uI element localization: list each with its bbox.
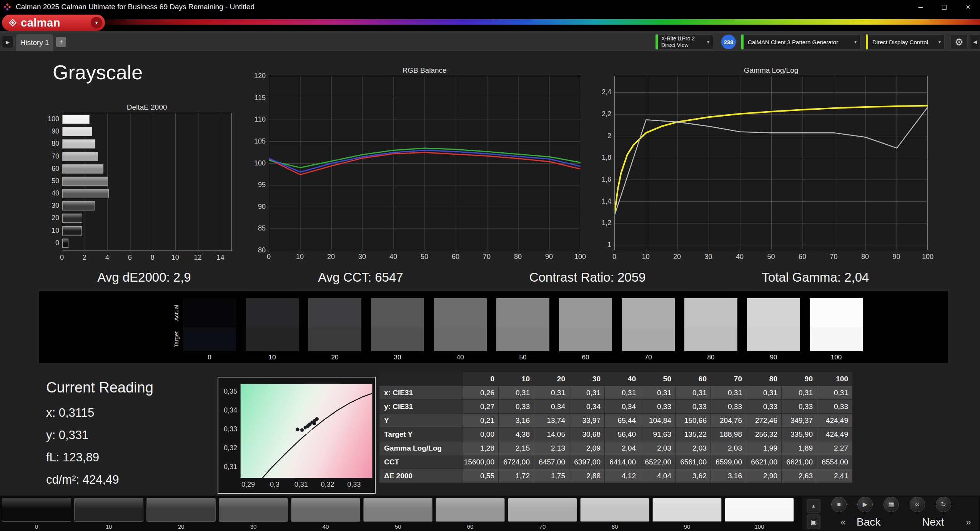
table-cell: 0,55 [463,469,499,483]
calman-menu-chevron[interactable]: ▼ [91,17,102,28]
brand-wordmark: calman [21,17,91,29]
table-cell: 2,03 [711,441,746,455]
swatch-actual [747,298,800,327]
y-axis-tick: 80 [38,140,59,147]
x-axis-tick: 40 [730,253,749,260]
pattern-level-button[interactable] [508,498,577,522]
collapse-panel-button[interactable]: ◀ [970,34,980,50]
next-button[interactable]: Next [922,516,944,528]
tab-scroll-left-button[interactable]: ▶ [2,36,13,48]
deltae-bar [62,127,92,136]
y-axis-tick: 100 [38,115,59,123]
back-button[interactable]: Back [857,516,880,528]
swatch-target [434,327,487,351]
table-cell: 3,16 [711,469,746,483]
x-axis-tick: 10 [636,253,656,260]
table-cell: 3,16 [499,414,534,427]
x-axis-tick: 20 [667,253,687,260]
panel-up-button[interactable]: ▲ [807,499,820,513]
pattern-level-button[interactable] [74,498,143,522]
stop-button[interactable]: ■ [831,497,847,512]
back-chevron-icon[interactable]: « [840,517,845,528]
y-axis-tick: 10 [38,227,59,234]
rgb-balance-chart-title: RGB Balance [269,66,580,75]
table-col-header: 30 [569,372,605,386]
y-axis-tick: 100 [245,159,266,167]
x-axis-tick: 0 [605,253,624,260]
x-axis-tick: 0,31 [291,481,311,488]
x-axis-tick: 70 [824,253,844,260]
add-tab-button[interactable]: + [56,37,66,47]
chevron-down-icon: ▼ [706,39,710,45]
pattern-level-button[interactable] [725,498,794,522]
table-cell: 204,76 [711,414,746,427]
table-cell: 0,34 [569,400,605,413]
table-cell: 1,75 [534,469,569,483]
play-icon: ▶ [863,501,867,508]
titlebar: Calman 2025 Calman Ultimate for Business… [0,0,980,14]
x-axis-tick: 14 [213,254,228,261]
save-button[interactable]: ▦ [883,497,899,512]
minimize-button[interactable]: – [908,0,932,14]
table-cell: 6414,00 [605,455,640,469]
next-chevron-icon[interactable]: » [966,517,971,528]
swatch-target [684,327,737,351]
pattern-level-button[interactable] [146,498,216,522]
cie-widget: 0,290,30,310,320,330,350,340,330,320,31 [218,377,376,494]
rgb-balance-chart: RGB Balance 0102030405060708090100120115… [254,65,596,265]
close-button[interactable]: × [956,0,980,14]
y-axis-tick: 60 [38,165,59,172]
y-axis-tick: 0,35 [220,387,237,395]
refresh-button[interactable]: ↻ [936,497,951,512]
pattern-level-button[interactable] [363,498,433,522]
pattern-level-button[interactable] [580,498,649,522]
pattern-level-button[interactable] [219,498,288,522]
avg-cct-stat: Avg CCT: 6547 [318,270,403,285]
meter-count-badge[interactable]: 238 [721,35,736,49]
pattern-level-label: 40 [291,523,360,530]
maximize-button[interactable]: □ [932,0,956,14]
calman-menu-button[interactable]: calman ▼ [2,15,105,31]
table-cell: 0,33 [676,400,711,413]
pattern-window-button[interactable]: ▣ [807,514,820,529]
play-button[interactable]: ▶ [857,497,873,512]
x-axis-tick: 30 [699,253,718,260]
display-control-dropdown[interactable]: Direct Display Control ▼ [866,34,945,50]
pattern-generator-dropdown[interactable]: CalMAN Client 3 Pattern Generator ▼ [741,34,860,50]
table-row: Gamma Log/Log1,282,152,132,092,042,032,0… [379,441,852,455]
swatch-target [371,327,424,351]
grayscale-strip: Actual Target 0102030405060708090100 [39,291,948,363]
grayscale-swatch [684,298,737,351]
meter-mode: Direct View [661,42,689,48]
x-axis-tick: 10 [168,254,183,261]
swatch-target [622,327,675,351]
table-col-header: 80 [746,372,782,386]
table-col-header: 70 [711,372,746,386]
tab-history-1[interactable]: History 1 [16,34,53,51]
y-axis-tick: 1,8 [591,154,611,161]
link-button[interactable]: ∞ [910,497,925,512]
pattern-level-button[interactable] [436,498,505,522]
pattern-level-button[interactable] [291,498,360,522]
y-axis-tick: 110 [245,115,266,123]
window-title: Calman 2025 Calman Ultimate for Business… [16,3,255,11]
deltae-bar [62,177,108,186]
display-control-label: Direct Display Control [872,39,928,45]
target-point-marker [306,429,311,434]
cie-plot [240,384,373,478]
meter-dropdown[interactable]: X-Rite i1Pro 2 Direct View ▼ [656,34,713,50]
table-cell: 13,74 [534,414,569,427]
swatch-level-label: 90 [747,354,800,361]
y-axis-tick: 0,34 [220,406,237,414]
table-cell: 256,32 [746,427,782,441]
y-axis-tick: 2,4 [591,88,611,96]
settings-gear-button[interactable]: ⚙ [950,34,968,50]
y-axis-tick: 1,2 [591,219,611,227]
table-row: ΔE 20000,551,721,752,884,124,043,623,162… [379,469,852,483]
pattern-level-button[interactable] [652,498,722,522]
x-axis-tick: 0 [259,253,278,260]
swatch-level-label: 40 [434,354,487,361]
table-cell: 0,31 [569,386,605,399]
table-cell: 1,28 [463,441,499,455]
pattern-level-button[interactable] [2,498,71,522]
